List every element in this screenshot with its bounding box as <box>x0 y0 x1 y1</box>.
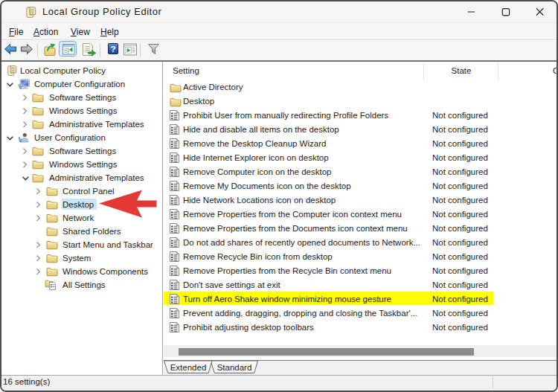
svg-text:?: ? <box>110 45 115 54</box>
svg-text:Standard: Standard <box>217 363 252 372</box>
svg-text:Extended: Extended <box>170 363 207 372</box>
